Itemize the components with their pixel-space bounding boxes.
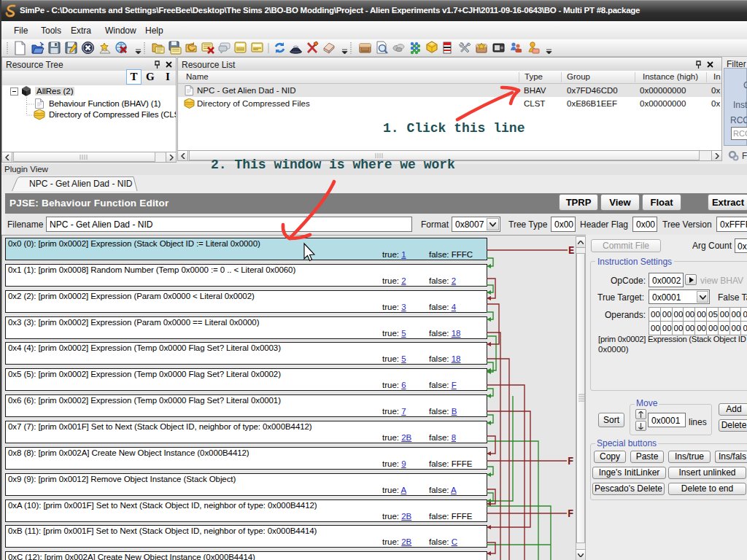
svg-text:E: E [568, 245, 574, 257]
svg-text:F: F [568, 456, 573, 467]
svg-text:F: F [568, 508, 573, 520]
